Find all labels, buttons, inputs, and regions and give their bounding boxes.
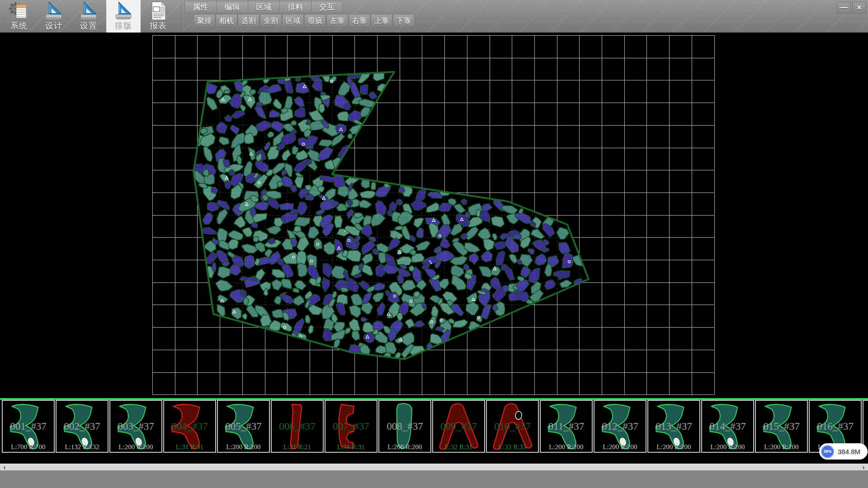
progress-circle: 38% — [821, 445, 834, 458]
piece-name: 001_#37 — [3, 421, 54, 432]
tool-button-bar: 聚排相机选割全割区域瑕疵左靠右靠上靠下靠 — [193, 14, 415, 27]
tool-button[interactable]: 选割 — [238, 14, 259, 27]
menu-tab[interactable]: 交互 — [311, 1, 343, 13]
toolbar-divider — [182, 2, 182, 30]
app-button-label: 系统 — [2, 20, 36, 31]
settings-icon — [78, 1, 99, 21]
piece-lr-count: L:200 R:200 — [756, 443, 807, 451]
application-window: 系统设计设置排版报表 属性编辑区域排料交互 聚排相机选割全割区域瑕疵左靠右靠上靠… — [0, 0, 868, 488]
tool-button[interactable]: 聚排 — [193, 14, 215, 27]
menu-tab[interactable]: 排料 — [279, 1, 311, 13]
piece-name: 004_#37 — [164, 421, 215, 432]
scroll-right-icon[interactable]: › — [860, 464, 867, 471]
status-footer — [0, 470, 868, 488]
close-button[interactable]: × — [852, 2, 866, 14]
nesting-icon — [113, 1, 134, 21]
tool-button[interactable]: 相机 — [216, 14, 237, 27]
piece-name: 012_#37 — [594, 421, 646, 432]
nesting-canvas[interactable] — [0, 33, 868, 398]
piece-name: 017_#37 — [863, 421, 868, 432]
thumbnail-cell[interactable]: 015_#37L:200 R:200 — [755, 400, 808, 453]
app-button-label: 排版 — [106, 20, 141, 31]
piece-name: 007_#37 — [326, 421, 377, 432]
app-button-label: 设置 — [71, 20, 106, 31]
piece-name: 003_#37 — [110, 421, 161, 432]
piece-lr-count: L:200 R:200 — [110, 443, 161, 451]
piece-lr-count: L:31 R:31 — [164, 443, 215, 451]
piece-name: 013_#37 — [648, 421, 699, 432]
thumbnail-cell[interactable]: 013_#37L:200 R:200 — [647, 400, 700, 453]
piece-lr-count: L:200 R:200 — [218, 443, 269, 451]
horizontal-scrollbar[interactable]: ‹ › — [0, 464, 868, 470]
thumbnail-cell[interactable]: 001_#37L:700 R:700 — [2, 400, 55, 453]
piece-lr-count: L:31 R:31 — [326, 443, 377, 451]
piece-name: 009_#37 — [433, 421, 484, 432]
piece-lr-count: L:33 R:33 — [487, 443, 538, 451]
piece-lr-count: L:200 R:200 — [379, 443, 430, 451]
tool-button[interactable]: 瑕疵 — [304, 14, 326, 27]
toolbar: 系统设计设置排版报表 属性编辑区域排料交互 聚排相机选割全割区域瑕疵左靠右靠上靠… — [0, 0, 868, 33]
piece-name: 014_#37 — [702, 421, 753, 432]
piece-lr-count: L:700 R:700 — [3, 443, 54, 451]
app-button-report[interactable]: 报表 — [141, 0, 175, 33]
piece-name: 015_#37 — [756, 421, 807, 432]
app-button-system[interactable]: 系统 — [2, 0, 36, 33]
menu-tab-bar: 属性编辑区域排料交互 — [184, 1, 343, 13]
tool-button[interactable]: 全割 — [260, 14, 282, 27]
tool-button[interactable]: 上靠 — [371, 14, 392, 27]
piece-name: 008_#37 — [379, 421, 430, 432]
app-button-label: 报表 — [141, 20, 175, 31]
thumbnail-cell[interactable]: 003_#37L:200 R:200 — [109, 400, 162, 453]
app-button-nesting[interactable]: 排版 — [106, 0, 141, 33]
menu-tab[interactable]: 区域 — [248, 1, 279, 13]
thumbnail-cell[interactable]: 012_#37L:200 R:200 — [594, 400, 646, 453]
thumbnail-cell[interactable]: 004_#37L:31 R:31 — [163, 400, 216, 453]
piece-lr-count: L:200 R:200 — [541, 443, 592, 451]
minimize-button[interactable]: — — [837, 2, 851, 14]
piece-lr-count: L:32 R:31 — [433, 443, 484, 451]
tool-button[interactable]: 下靠 — [393, 14, 415, 27]
piece-name: 005_#37 — [218, 421, 269, 432]
piece-lr-count: L:132 R:132 — [57, 443, 108, 451]
piece-name: 006_#37 — [272, 421, 323, 432]
app-button-design[interactable]: 设计 — [37, 0, 71, 33]
app-button-settings[interactable]: 设置 — [71, 0, 106, 33]
thumbnail-cell[interactable]: 010_#37L:33 R:33 — [486, 400, 539, 453]
report-icon — [148, 1, 169, 21]
piece-lr-count: L:200 R:200 — [648, 443, 699, 451]
tool-button[interactable]: 区域 — [282, 14, 304, 27]
design-icon — [43, 1, 64, 21]
piece-thumbnail-strip: 001_#37L:700 R:700002_#37L:132 R:132003_… — [0, 400, 868, 453]
piece-lr-count: L:200 R:200 — [702, 443, 753, 451]
thumbnail-cell[interactable]: 002_#37L:132 R:132 — [56, 400, 108, 453]
piece-name: 010_#37 — [487, 421, 538, 432]
thumbnail-cell[interactable]: 009_#37L:32 R:31 — [432, 400, 485, 453]
app-button-label: 设计 — [37, 20, 71, 31]
thumbnail-cell[interactable]: 011_#37L:200 R:200 — [540, 400, 593, 453]
memory-usage-label: 384.8M — [838, 448, 860, 455]
piece-name: 016_#37 — [810, 421, 861, 432]
menu-tab[interactable]: 编辑 — [216, 1, 248, 13]
system-icon — [9, 1, 29, 21]
piece-lr-count: L:200 R:200 — [594, 443, 646, 451]
thumbnail-cell[interactable]: 014_#37L:200 R:200 — [701, 400, 754, 453]
memory-status-pill[interactable]: 38% 384.8M — [819, 443, 868, 460]
menu-tab[interactable]: 属性 — [184, 1, 216, 13]
thumbnail-cell[interactable]: 006_#37L:21 R:21 — [271, 400, 324, 453]
thumbnail-cell[interactable]: 008_#37L:200 R:200 — [378, 400, 431, 453]
window-controls: — × — [837, 2, 866, 14]
tool-button[interactable]: 右靠 — [349, 14, 370, 27]
scroll-left-icon[interactable]: ‹ — [1, 464, 8, 471]
piece-lr-count: L:21 R:21 — [272, 443, 323, 451]
thumbnail-cell[interactable]: 005_#37L:200 R:200 — [217, 400, 270, 453]
piece-name: 002_#37 — [57, 421, 108, 432]
tool-button[interactable]: 左靠 — [326, 14, 348, 27]
thumbnail-cell[interactable]: 007_#37L:31 R:31 — [325, 400, 377, 453]
piece-name: 011_#37 — [541, 421, 592, 432]
